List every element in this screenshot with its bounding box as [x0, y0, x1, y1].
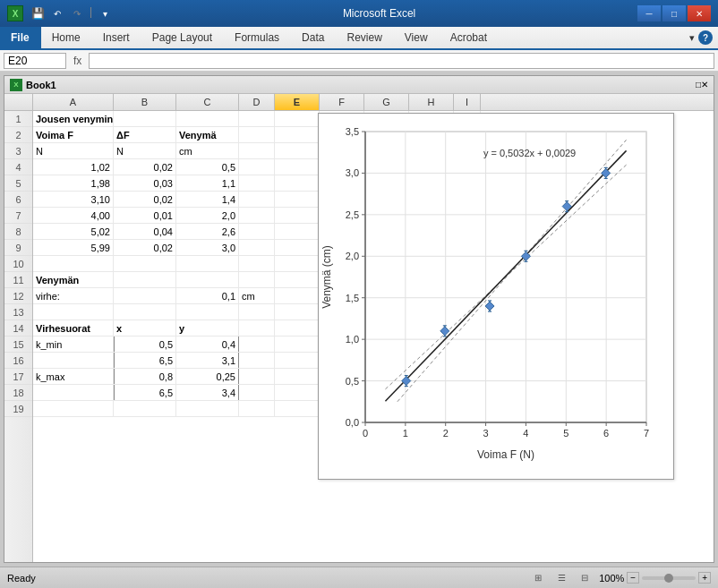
cell-B18[interactable]: 6,5 [114, 385, 176, 400]
cell-B1[interactable] [114, 111, 176, 126]
cell-A16[interactable] [33, 353, 114, 368]
cell-B3[interactable]: N [114, 143, 176, 158]
cell-E15[interactable] [275, 337, 320, 352]
cell-D11[interactable] [239, 272, 275, 287]
cell-A6[interactable]: 3,10 [33, 192, 114, 207]
cell-B15[interactable]: 0,5 [114, 337, 176, 352]
cell-E17[interactable] [275, 369, 320, 384]
tab-home[interactable]: Home [41, 27, 92, 48]
customize-button[interactable]: ▾ [96, 5, 114, 21]
cell-C3[interactable]: cm [176, 143, 239, 158]
cell-C13[interactable] [176, 304, 239, 320]
cell-C8[interactable]: 2,6 [176, 224, 239, 239]
cell-A8[interactable]: 5,02 [33, 224, 114, 239]
cell-C10[interactable] [176, 256, 239, 271]
cell-E8[interactable] [275, 224, 320, 239]
cell-D14[interactable] [239, 320, 275, 336]
cell-C1[interactable] [176, 111, 239, 126]
col-header-f[interactable]: F [320, 94, 364, 110]
cell-B9[interactable]: 0,02 [114, 240, 176, 255]
tab-file[interactable]: File [0, 27, 41, 48]
cell-A2[interactable]: Voima F [33, 127, 114, 142]
help-icon[interactable]: ? [698, 30, 713, 45]
cell-C6[interactable]: 1,4 [176, 192, 239, 207]
cell-A10[interactable] [33, 256, 114, 271]
cell-D13[interactable] [239, 304, 275, 320]
cell-B7[interactable]: 0,01 [114, 208, 176, 223]
cell-E4[interactable] [275, 159, 320, 175]
cell-C7[interactable]: 2,0 [176, 208, 239, 223]
cell-C19[interactable] [176, 401, 239, 416]
cell-B4[interactable]: 0,02 [114, 159, 176, 175]
zoom-in-button[interactable]: + [698, 572, 711, 584]
cell-D12[interactable]: cm [239, 288, 275, 303]
cell-B14[interactable]: x [114, 320, 176, 336]
cell-B2[interactable]: ΔF [114, 127, 176, 142]
cell-A17[interactable]: k_max [33, 369, 114, 384]
cell-E16[interactable] [275, 353, 320, 368]
cell-A1[interactable]: Jousen venyminen [33, 111, 114, 126]
save-button[interactable]: 💾 [29, 5, 47, 21]
undo-button[interactable]: ↶ [48, 5, 66, 21]
zoom-slider[interactable] [642, 576, 696, 580]
col-header-b[interactable]: B [114, 94, 176, 110]
cell-D17[interactable] [239, 369, 275, 384]
cell-D7[interactable] [239, 208, 275, 223]
cell-A11[interactable]: Venymän [33, 272, 114, 287]
cell-E10[interactable] [275, 256, 320, 271]
cell-A19[interactable] [33, 401, 114, 416]
cell-E11[interactable] [275, 272, 320, 287]
cell-A5[interactable]: 1,98 [33, 175, 114, 191]
cell-B10[interactable] [114, 256, 176, 271]
cell-E14[interactable] [275, 320, 320, 336]
cell-A12[interactable]: virhe: [33, 288, 114, 303]
cell-A14[interactable]: Virhesuorat [33, 320, 114, 336]
tab-insert[interactable]: Insert [92, 27, 141, 48]
cell-A3[interactable]: N [33, 143, 114, 158]
col-header-e[interactable]: E [275, 94, 320, 110]
cell-C11[interactable] [176, 272, 239, 287]
cell-E1[interactable] [275, 111, 320, 126]
col-header-a[interactable]: A [33, 94, 114, 110]
cell-B11[interactable] [114, 272, 176, 287]
tab-acrobat[interactable]: Acrobat [440, 27, 499, 48]
minimize-button[interactable]: ─ [637, 5, 661, 21]
col-header-i[interactable]: I [454, 94, 481, 110]
cell-C16[interactable]: 3,1 [176, 353, 239, 368]
cell-B12[interactable] [114, 288, 176, 303]
cell-E2[interactable] [275, 127, 320, 142]
cell-B8[interactable]: 0,04 [114, 224, 176, 239]
col-header-d[interactable]: D [239, 94, 275, 110]
cell-C4[interactable]: 0,5 [176, 159, 239, 175]
zoom-out-button[interactable]: − [627, 572, 639, 584]
cell-D18[interactable] [239, 385, 275, 400]
cell-D15[interactable] [239, 337, 275, 352]
cell-A13[interactable] [33, 304, 114, 320]
tab-view[interactable]: View [394, 27, 440, 48]
cell-D16[interactable] [239, 353, 275, 368]
cell-E18[interactable] [275, 385, 320, 400]
tab-formulas[interactable]: Formulas [224, 27, 291, 48]
cell-C18[interactable]: 3,4 [176, 385, 239, 400]
cell-C12[interactable]: 0,1 [176, 288, 239, 303]
cell-D1[interactable] [239, 111, 275, 126]
cell-E13[interactable] [275, 304, 320, 320]
cell-D2[interactable] [239, 127, 275, 142]
normal-view-button[interactable]: ⊞ [529, 571, 547, 585]
formula-input[interactable] [89, 53, 714, 69]
cell-E9[interactable] [275, 240, 320, 255]
cell-A7[interactable]: 4,00 [33, 208, 114, 223]
maximize-button[interactable]: □ [662, 5, 686, 21]
cell-D9[interactable] [239, 240, 275, 255]
cell-A18[interactable] [33, 385, 114, 400]
name-box[interactable] [4, 53, 66, 69]
col-header-c[interactable]: C [176, 94, 239, 110]
cell-E3[interactable] [275, 143, 320, 158]
cell-B6[interactable]: 0,02 [114, 192, 176, 207]
cell-B5[interactable]: 0,03 [114, 175, 176, 191]
cell-E7[interactable] [275, 208, 320, 223]
cell-C17[interactable]: 0,25 [176, 369, 239, 384]
close-button[interactable]: ✕ [688, 5, 711, 21]
cell-E5[interactable] [275, 175, 320, 191]
redo-button[interactable]: ↷ [68, 5, 86, 21]
